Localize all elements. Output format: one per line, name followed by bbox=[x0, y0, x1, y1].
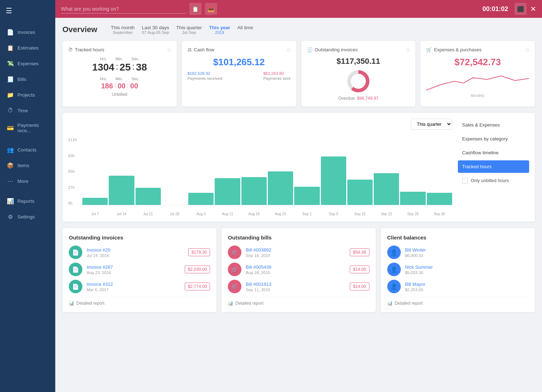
bill-link-3[interactable]: Bill #001913 bbox=[246, 282, 346, 287]
chart-y-labels: 0h 27h 55h 83h 111h bbox=[68, 138, 81, 205]
overdue-amount: $96,749.97 bbox=[357, 96, 378, 101]
sidebar-item-items[interactable]: 📦 Items bbox=[0, 158, 55, 173]
invoice-list-icon: 🧾 bbox=[307, 47, 313, 52]
bill-link-2[interactable]: Bill #005439 bbox=[246, 264, 346, 270]
chart-bar bbox=[427, 193, 452, 205]
invoice-link-1[interactable]: Invoice #20 bbox=[87, 247, 184, 253]
sidebar-item-contacts[interactable]: 👥 Contacts bbox=[0, 142, 55, 158]
invoice-link-3[interactable]: Invoice #312 bbox=[87, 282, 180, 287]
detailed-report-clients[interactable]: 📊 Detailed report bbox=[387, 297, 528, 306]
cashflow-diamond-icon[interactable]: ◇ bbox=[287, 47, 291, 52]
chart-bars bbox=[82, 138, 452, 205]
stop-icon: ⬛ bbox=[517, 6, 524, 12]
chart-area: 0h 27h 55h 83h 111h Jul 7Jul 14Jul 21Jul… bbox=[68, 138, 452, 216]
chart-menu-sales-expenses[interactable]: Sales & Expenses bbox=[458, 119, 529, 131]
expenses-purchases-icon: 🛒 bbox=[426, 47, 432, 52]
table-row: 📄 Invoice #312 Mar 6, 2017 $2,774.00 bbox=[69, 280, 210, 293]
sidebar-label-payments: Payments rece... bbox=[17, 123, 50, 133]
invoice-item-icon-3: 📄 bbox=[69, 280, 82, 293]
sidebar-item-time[interactable]: ⏱ Time bbox=[0, 103, 55, 118]
cashflow-amount: $101,265.12 bbox=[188, 57, 291, 68]
only-unbilled-checkbox[interactable] bbox=[462, 178, 468, 184]
invoice-link-2[interactable]: Invoice #287 bbox=[87, 264, 180, 270]
sidebar-item-projects[interactable]: 📁 Projects bbox=[0, 87, 55, 103]
upload-icon-button[interactable]: 📤 bbox=[205, 3, 217, 15]
chart-bar bbox=[188, 193, 214, 205]
sidebar-item-reports[interactable]: 📊 Reports bbox=[0, 193, 55, 209]
outstanding-invoices-title: 🧾 Outstanding invoices bbox=[307, 47, 358, 52]
sidebar-item-bills[interactable]: 🧾 Bills bbox=[0, 71, 55, 87]
sidebar-menu-icon[interactable]: ☰ bbox=[0, 0, 55, 21]
outstanding-invoices-amount: $117,350.11 bbox=[307, 57, 410, 66]
invoice-icon: 📄 bbox=[7, 29, 14, 36]
invoice-list: 📄 Invoice #20 Jul 14, 2016 $179.30 📄 Inv… bbox=[69, 246, 210, 293]
bills-icon: 🧾 bbox=[7, 76, 14, 83]
bills-list: 🛒 Bill #003892 Sep 16, 2014 $54.38 🛒 Bil… bbox=[228, 246, 369, 293]
detailed-report-bills[interactable]: 📊 Detailed report bbox=[228, 297, 369, 306]
more-icon: ⋯ bbox=[7, 177, 14, 185]
payments-icon: 💳 bbox=[7, 124, 14, 131]
sidebar-item-invoices[interactable]: 📄 Invoices bbox=[0, 24, 55, 40]
sidebar-label-projects: Projects bbox=[17, 92, 35, 98]
sidebar-item-payments[interactable]: 💳 Payments rece... bbox=[0, 118, 55, 138]
sidebar-item-estimates[interactable]: 📋 Estimates bbox=[0, 40, 55, 56]
client-balances-title: Client balances bbox=[387, 234, 528, 241]
chart-bar bbox=[294, 187, 319, 205]
cashflow-received-amount: $182,528.92 bbox=[188, 71, 223, 76]
chart-bar bbox=[321, 156, 346, 205]
close-button[interactable]: ✕ bbox=[530, 5, 536, 13]
invoice-badge-3: $2,774.00 bbox=[185, 283, 210, 290]
chart-menu-cashflow[interactable]: Cashflow timeline bbox=[458, 146, 529, 159]
contacts-icon: 👥 bbox=[7, 146, 14, 153]
client-name-2[interactable]: Nick Summer bbox=[405, 264, 528, 270]
main-area: 📋 📤 00:01:02 ⬛ ✕ Overview This month Sep… bbox=[55, 0, 542, 392]
report-icon-bills: 📊 bbox=[228, 301, 233, 306]
sidebar-item-settings[interactable]: ⚙ Settings bbox=[0, 209, 55, 225]
chart-section: This quarter 0h 27h 55h 83h 111h Jul 7Ju… bbox=[62, 113, 535, 222]
sidebar-item-expenses[interactable]: 💸 Expenses bbox=[0, 56, 55, 71]
projects-icon: 📁 bbox=[7, 91, 14, 98]
period-tab-this-month[interactable]: This month September bbox=[111, 25, 135, 35]
chart-bar bbox=[347, 180, 373, 205]
period-tab-last-30[interactable]: Last 30 days 07 Aug-05 Sep bbox=[142, 25, 169, 35]
period-tab-this-year[interactable]: This year 2019 bbox=[209, 25, 230, 35]
sidebar-label-more: More bbox=[17, 179, 29, 184]
chart-menu: Sales & Expenses Expenses by category Ca… bbox=[458, 119, 529, 173]
sidebar-label-items: Items bbox=[17, 163, 29, 168]
sidebar-label-contacts: Contacts bbox=[17, 147, 36, 153]
settings-icon: ⚙ bbox=[7, 213, 14, 220]
topbar: 📋 📤 00:01:02 ⬛ ✕ bbox=[55, 0, 542, 18]
chart-bar bbox=[109, 176, 134, 205]
chart-menu-expenses-category[interactable]: Expenses by category bbox=[458, 133, 529, 145]
invoice-badge-2: $2,030.00 bbox=[185, 265, 210, 273]
expenses-amount: $72,542.73 bbox=[426, 57, 529, 68]
table-row: 📄 Invoice #287 Aug 23, 2016 $2,030.00 bbox=[69, 263, 210, 276]
donut-chart bbox=[346, 69, 371, 94]
detailed-report-invoices[interactable]: 📊 Detailed report bbox=[69, 297, 210, 306]
tracked-hours-diamond-icon[interactable]: ◇ bbox=[167, 47, 171, 52]
period-tab-all-time[interactable]: All time bbox=[237, 25, 253, 30]
outstanding-invoices-list-card: Outstanding invoices 📄 Invoice #20 Jul 1… bbox=[62, 228, 216, 312]
bill-link-1[interactable]: Bill #003892 bbox=[246, 247, 346, 253]
period-tab-this-quarter[interactable]: This quarter Jul-Sep bbox=[176, 25, 202, 35]
table-row: 📄 Invoice #20 Jul 14, 2016 $179.30 bbox=[69, 246, 210, 259]
chart-period-dropdown[interactable]: This quarter bbox=[411, 119, 452, 130]
clock-icon: ⏱ bbox=[68, 47, 73, 52]
search-input[interactable] bbox=[61, 5, 186, 14]
chart-menu-tracked-hours[interactable]: Tracked hours bbox=[458, 160, 529, 173]
reports-icon: 📊 bbox=[7, 197, 14, 205]
sidebar-item-more[interactable]: ⋯ More bbox=[0, 173, 55, 189]
table-row: 👤 Bill Mayor $2,253.00 bbox=[387, 280, 528, 293]
table-row: 👤 Bill Winter $6,000.33 bbox=[387, 246, 528, 259]
expenses-icon: 💸 bbox=[7, 60, 14, 67]
timer-stop-button[interactable]: ⬛ bbox=[515, 3, 527, 15]
clipboard-icon-button[interactable]: 📋 bbox=[189, 3, 201, 15]
report-icon-clients: 📊 bbox=[387, 301, 393, 306]
client-name-1[interactable]: Bill Winter bbox=[405, 247, 528, 253]
outstanding-invoices-list-title: Outstanding invoices bbox=[69, 234, 210, 241]
scale-icon: ⚖ bbox=[188, 47, 192, 52]
expenses-diamond-icon[interactable]: ◇ bbox=[525, 47, 529, 52]
invoice-item-icon: 📄 bbox=[69, 246, 82, 259]
client-name-3[interactable]: Bill Mayor bbox=[405, 282, 528, 287]
outstanding-diamond-icon[interactable]: ◇ bbox=[406, 47, 410, 52]
